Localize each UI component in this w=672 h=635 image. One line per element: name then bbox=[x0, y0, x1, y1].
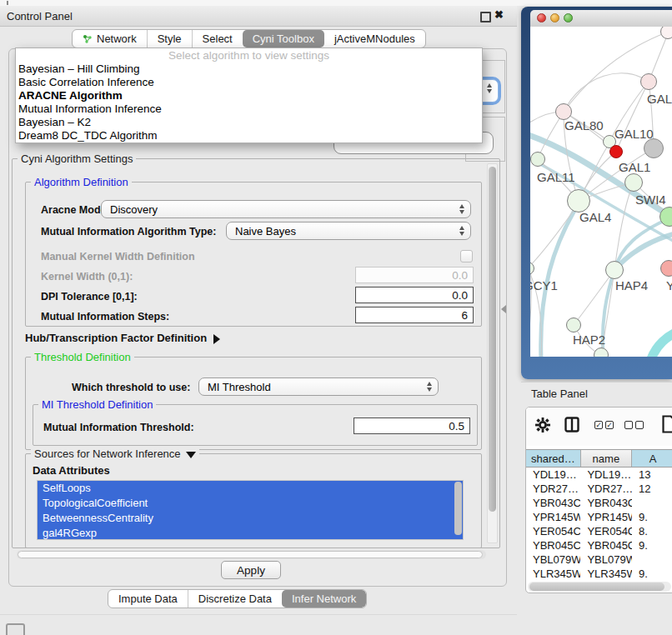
cyni-tab-impute-data[interactable]: Impute Data bbox=[108, 590, 188, 608]
network-edge bbox=[616, 82, 649, 152]
algorithm-option-aracne-algorithm[interactable]: ARACNE Algorithm bbox=[16, 89, 482, 102]
network-canvas[interactable]: GALGAL80GAL10GAL11GAL1GAL4SWI4GCY1HAP4YH… bbox=[530, 27, 672, 357]
select-all-rows-icon[interactable]: ✓✓ bbox=[594, 421, 614, 429]
network-node[interactable] bbox=[555, 103, 572, 120]
attribute-item-topologicalcoefficient[interactable]: TopologicalCoefficient bbox=[38, 496, 463, 511]
expander-arrow-icon bbox=[213, 334, 220, 344]
table-row[interactable]: YLR345WYLR345W9. bbox=[526, 567, 672, 581]
algorithm-option-bayesian-k2[interactable]: Bayesian – K2 bbox=[16, 116, 482, 129]
network-node[interactable] bbox=[530, 152, 545, 167]
close-window-icon[interactable] bbox=[537, 13, 546, 22]
table-cell: YPR145W bbox=[526, 511, 580, 523]
settings-vertical-scrollbar[interactable] bbox=[487, 163, 498, 543]
network-node[interactable] bbox=[640, 73, 657, 90]
tab-select[interactable]: Select bbox=[192, 30, 243, 48]
tab-cyni-toolbox[interactable]: Cyni Toolbox bbox=[243, 30, 324, 48]
which-threshold-combo[interactable]: MI Threshold bbox=[198, 378, 439, 396]
cyni-tab-label: Infer Network bbox=[292, 592, 356, 605]
table-row[interactable]: YBR043CYBR043C bbox=[526, 496, 672, 510]
mi-steps-field[interactable]: 6 bbox=[355, 307, 474, 323]
minimized-panel-icon[interactable] bbox=[6, 623, 25, 635]
table-cell: YDL19… bbox=[526, 468, 580, 481]
column-header-shared[interactable]: shared… bbox=[526, 450, 581, 467]
table-row[interactable]: YDR27…YDR27…12 bbox=[526, 482, 672, 496]
columns-icon[interactable] bbox=[564, 417, 579, 432]
algorithm-option-bayesian-hill-climbing[interactable]: Bayesian – Hill Climbing bbox=[16, 62, 482, 76]
network-node[interactable] bbox=[594, 348, 609, 357]
mi-threshold-label: Mutual Information Threshold: bbox=[43, 422, 194, 433]
aracne-mode-combo[interactable]: Discovery bbox=[101, 200, 471, 218]
attribute-item-gal4rgexp[interactable]: gal4RGexp bbox=[38, 526, 463, 540]
table-cell: 9. bbox=[632, 568, 672, 580]
settings-horizontal-scrollbar[interactable] bbox=[17, 550, 486, 559]
apply-button[interactable]: Apply bbox=[221, 561, 281, 579]
zoom-window-icon[interactable] bbox=[564, 13, 573, 22]
table-row[interactable]: YBR045CYBR045C9. bbox=[526, 538, 672, 552]
mi-threshold-definition-legend: MI Threshold Definition bbox=[38, 398, 156, 411]
network-node[interactable] bbox=[609, 145, 623, 158]
kernel-width-label: Kernel Width (0,1): bbox=[41, 271, 133, 282]
which-threshold-label: Which threshold to use: bbox=[72, 382, 190, 393]
window-top-tick bbox=[7, 1, 8, 5]
table-row[interactable]: YPR145WYPR145W9. bbox=[526, 510, 672, 524]
algorithm-options-list: Bayesian – Hill ClimbingBasic Correlatio… bbox=[16, 62, 482, 142]
algorithm-option-basic-correlation-inference[interactable]: Basic Correlation Inference bbox=[16, 76, 482, 89]
table-row[interactable]: YDL19…YDL19…13 bbox=[526, 468, 672, 482]
table-cell: 9. bbox=[632, 539, 672, 552]
deselect-all-rows-icon[interactable] bbox=[624, 421, 644, 429]
cyni-tab-discretize-data[interactable]: Discretize Data bbox=[188, 590, 282, 608]
tab-label: Style bbox=[158, 32, 182, 45]
table-cell: YER054C bbox=[526, 525, 580, 538]
network-node[interactable] bbox=[624, 173, 643, 192]
table-cell: YBR045C bbox=[526, 539, 580, 552]
manual-kernel-checkbox[interactable] bbox=[460, 250, 473, 262]
network-node[interactable] bbox=[567, 189, 590, 212]
table-row[interactable]: YBL079WYBL079W bbox=[526, 552, 672, 567]
network-node[interactable] bbox=[660, 27, 672, 39]
kernel-width-value: 0.0 bbox=[452, 269, 468, 282]
minimize-window-icon[interactable] bbox=[550, 13, 559, 22]
tab-jactivemnodules[interactable]: jActiveMNodules bbox=[324, 30, 425, 48]
float-panel-icon[interactable] bbox=[480, 12, 491, 22]
table-cell: YDR27… bbox=[526, 482, 580, 495]
tab-network[interactable]: Network bbox=[73, 30, 147, 48]
table-cell: YLR345W bbox=[526, 568, 580, 580]
network-node-label: GAL10 bbox=[614, 127, 654, 141]
network-window-titlebar[interactable] bbox=[530, 10, 672, 28]
tab-style[interactable]: Style bbox=[147, 30, 192, 48]
close-panel-icon[interactable]: ✖ bbox=[494, 8, 504, 21]
algorithm-option-mutual-information-inference[interactable]: Mutual Information Inference bbox=[16, 102, 482, 116]
column-header-a[interactable]: A bbox=[632, 450, 672, 467]
data-attributes-list[interactable]: SelfLoopsTopologicalCoefficientBetweenne… bbox=[37, 480, 464, 540]
network-node-label: GCY1 bbox=[530, 278, 558, 292]
network-node-label: GAL1 bbox=[619, 160, 650, 174]
column-header-name[interactable]: name bbox=[581, 450, 633, 467]
table-horizontal-scrollbar[interactable] bbox=[528, 582, 671, 592]
network-node-label: GAL bbox=[647, 92, 672, 106]
dpi-tolerance-field[interactable]: 0.0 bbox=[355, 287, 474, 303]
attribute-item-betweennesscentrality[interactable]: BetweennessCentrality bbox=[38, 511, 463, 526]
network-node[interactable] bbox=[566, 318, 581, 332]
table-row[interactable]: YER054CYER054C8. bbox=[526, 524, 672, 538]
network-node[interactable] bbox=[660, 260, 672, 277]
algorithm-option-dream8-dc-tdc-algorithm[interactable]: Dream8 DC_TDC Algorithm bbox=[16, 129, 482, 142]
table-panel-box: ✓✓ shared…nameA YDL19…YDL19…13YDR27…YDR2… bbox=[525, 407, 672, 593]
hub-definition-expander[interactable]: Hub/Transcription Factor Definition bbox=[25, 332, 220, 344]
combo-arrows-icon bbox=[427, 382, 432, 392]
control-panel-bottom-divider bbox=[0, 614, 517, 615]
network-node[interactable] bbox=[644, 138, 664, 158]
mi-threshold-field[interactable]: 0.5 bbox=[354, 418, 470, 434]
splitter-handle-icon[interactable] bbox=[501, 305, 506, 313]
network-node-label: SWI4 bbox=[635, 192, 666, 207]
mi-type-combo[interactable]: Naive Bayes bbox=[226, 222, 471, 240]
network-node[interactable] bbox=[605, 261, 624, 279]
cyni-tab-infer-network[interactable]: Infer Network bbox=[282, 590, 366, 608]
attribute-item-selfloops[interactable]: SelfLoops bbox=[38, 481, 463, 496]
dpi-tolerance-value: 0.0 bbox=[452, 289, 468, 302]
tab-label: Network bbox=[97, 32, 137, 45]
gear-icon[interactable] bbox=[534, 417, 551, 433]
mi-type-value: Naive Bayes bbox=[235, 225, 296, 238]
control-panel-titlebar bbox=[0, 6, 517, 27]
file-export-icon[interactable] bbox=[661, 414, 672, 434]
combo-arrows-icon bbox=[459, 204, 464, 214]
